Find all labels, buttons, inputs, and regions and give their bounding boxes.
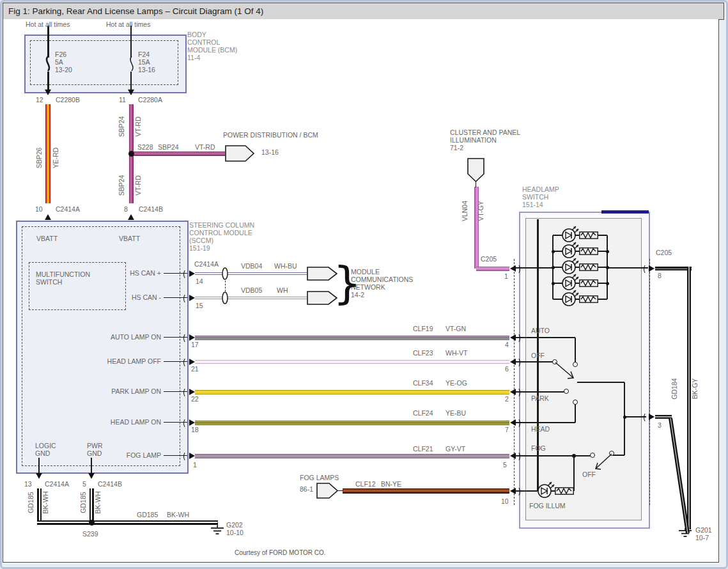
pin-10-c2414a: 10: [35, 205, 43, 213]
pin-18: 18: [191, 426, 199, 433]
fog-illum-drop: [573, 456, 575, 491]
power-distribution-page: 13-16: [261, 148, 279, 156]
wire-id-sbp24-upper: SBP24: [118, 116, 125, 137]
fuse-f24-label: F24 15A 13-16: [138, 51, 155, 74]
switch-pos-park: PARK: [531, 394, 549, 402]
wire-sbp26-ye-rd: [45, 104, 50, 203]
wire-gd184-diagonal: [665, 412, 693, 538]
pin7-head-line: [515, 422, 575, 423]
wire-clf24-ye-bu: [195, 421, 509, 425]
pin-6: 6: [505, 365, 509, 373]
junction-rail-l2: [552, 250, 555, 253]
vbatt-left: VBATT: [36, 235, 58, 242]
wire-color-wh: WH: [277, 286, 288, 294]
logic-gnd-stub: [38, 458, 39, 473]
c205-dashed-left: [514, 259, 515, 505]
wire-color-vt-rd-upper: VT-RD: [134, 116, 142, 137]
wire-id-gd185-r: GD185: [79, 492, 87, 513]
pin-12: 12: [36, 96, 43, 104]
wire-color-wh-vt: WH-VT: [445, 349, 467, 357]
conn-c2414b-bottom: C2414B: [98, 480, 122, 488]
jack-pin5: [513, 451, 520, 462]
wire-id-clf34: CLF34: [413, 379, 433, 387]
jack-pin7: [513, 418, 520, 428]
wire-id-sbp24-lower: SBP24: [118, 175, 125, 196]
feed-line-f24-top: [130, 26, 132, 58]
pin-1-c205: 1: [504, 272, 508, 280]
junction-rail-r4: [606, 282, 609, 285]
wire-id-clf23: CLF23: [413, 349, 433, 357]
pin5-fog-line: [515, 455, 591, 456]
led-indicator-2: [562, 243, 581, 260]
module-network-brace: }: [333, 256, 362, 311]
led-indicator-5: [562, 291, 581, 308]
switch-arm-rotary: [551, 358, 580, 385]
feed-line-f26-top: [47, 26, 49, 58]
wire-color-gy-vt: GY-VT: [445, 445, 465, 453]
wire-id-vdb04: VDB04: [241, 262, 262, 270]
hs-can-plus: HS CAN +: [59, 269, 161, 277]
conn-c2414a-top: C2414A: [56, 205, 80, 213]
wire-id-vdb05: VDB05: [241, 286, 262, 294]
wire-gd185-bk-wh-left: [37, 488, 42, 525]
wire-id-vln04: VLN04: [461, 201, 469, 221]
wire-vdb04-wh-bu: [195, 272, 307, 275]
wire-clf21-gy-vt: [195, 454, 509, 458]
wire-id-clf24: CLF24: [413, 409, 433, 417]
jack-pin6: [513, 357, 520, 368]
wire-color-bn-ye: BN-YE: [381, 480, 401, 488]
wire-id-clf21: CLF21: [413, 445, 433, 453]
led-indicator-3: [562, 259, 581, 276]
park-lamp-on: PARK LAMP ON: [59, 387, 161, 395]
auto-lamp-on: AUTO LAMP ON: [59, 333, 161, 341]
offpage-fog-lamps: [316, 483, 338, 499]
conn-c2414a-bottom: C2414A: [45, 480, 69, 488]
head-lamp-off: HEAD LAMP OFF: [59, 357, 161, 365]
switch-arm-fog: [588, 449, 617, 474]
fuse-f26-symbol: [43, 56, 53, 73]
contact-head: [573, 400, 578, 405]
fog-lamp: FOG LAMP: [59, 451, 161, 459]
wire-clf34-ye-og: [195, 390, 509, 394]
junction-fog: [572, 454, 576, 458]
wire-color-ye-og: YE-OG: [445, 379, 467, 387]
wire-id-gd185-l: GD185: [27, 492, 35, 513]
ground-g201-page: 10-7: [695, 534, 709, 542]
junction-rail-l3: [552, 266, 555, 269]
vbatt-right: VBATT: [119, 235, 140, 242]
ground-g201: G201: [695, 526, 712, 534]
cluster-stub: [476, 182, 476, 187]
wire-vln04-vt-gy-v: [474, 187, 479, 269]
wire-color-vt-gy: VT-GY: [477, 201, 484, 221]
hs-can-minus: HS CAN -: [59, 293, 161, 301]
pin-4: 4: [505, 341, 509, 348]
pin-3-c205: 3: [658, 421, 662, 429]
switch-pos-auto: AUTO: [531, 327, 550, 334]
wire-color-vt-gn: VT-GN: [445, 325, 466, 332]
courtesy-note: Courtesy of FORD MOTOR CO.: [235, 549, 326, 556]
pin-1-sccm: 1: [193, 461, 197, 469]
wire-color-ye-rd: YE-RD: [52, 148, 59, 169]
wire-id-clf19: CLF19: [413, 325, 433, 332]
jack-pin18: [183, 418, 190, 428]
head-lamp-on: HEAD LAMP ON: [59, 418, 161, 426]
headlamp-switch-name: HEADLAMP SWITCH 151-14: [522, 185, 559, 208]
wire-color-vt-rd-h: VT-RD: [195, 143, 215, 151]
jack-pin21: [183, 357, 190, 368]
pin3-inner-line: [624, 416, 646, 417]
offpage-cluster-illumination: [467, 158, 484, 182]
wire-color-bk-wh-h: BK-WH: [167, 511, 189, 518]
resistor-4: [579, 279, 598, 287]
wire-color-bk-gy: BK-GY: [691, 378, 699, 400]
pin-21: 21: [191, 365, 199, 373]
junction-rail-r3: [606, 266, 609, 269]
wire-id-clf12: CLF12: [355, 480, 376, 488]
pwr-gnd: PWR GND: [87, 442, 103, 457]
jack-pin2: [513, 387, 520, 398]
pin-2: 2: [505, 395, 509, 403]
feed-line-f26-bottom: [47, 72, 49, 90]
pin-22: 22: [191, 395, 199, 403]
ground-symbol-g202: [210, 526, 225, 536]
wire-gd184-bk-gy-pin8: [655, 267, 692, 271]
wire-color-bk-wh-l: BK-WH: [42, 492, 49, 514]
